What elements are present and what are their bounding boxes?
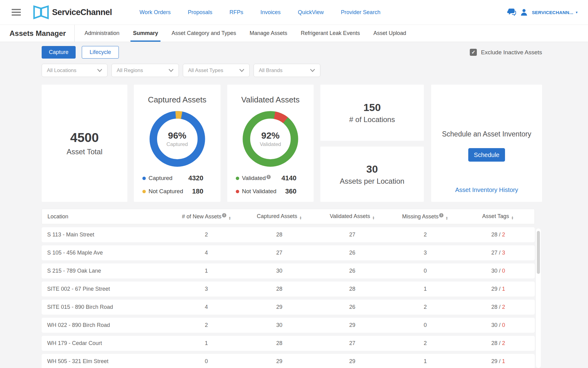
cell-captured-assets: 29 [243,304,316,310]
asset-total-card: 4500 Asset Total [42,85,127,202]
legend-value: 4140 [281,174,296,182]
cell-missing-assets: 0 [389,268,462,274]
asset-total-label: Asset Total [67,148,103,156]
info-icon[interactable]: i [439,213,443,217]
not-captured-dot-icon [142,190,146,193]
assets-per-location-label: Assets per Location [340,177,405,186]
legend-value: 4320 [188,174,203,182]
info-icon[interactable]: i [266,175,271,179]
cell-location: S 105 - 456 Maple Ave [42,250,170,256]
table-row[interactable]: WH 505 - 321 Elm Street 0 29 29 1 29 / 1 [42,354,535,368]
locations-count-card: 150 # of Locations [320,85,424,141]
column-header-captured-assets[interactable]: Captured Assets▲▼ [243,213,316,220]
captured-dot-icon [142,177,146,180]
cell-validated-assets: 29 [316,322,389,328]
cell-asset-tags: 30 / 0 [462,268,535,274]
table-row[interactable]: SITE 002 - 67 Pine Street 3 28 28 1 29 /… [42,282,535,297]
info-icon[interactable]: i [222,213,226,217]
tab-refrigerant-leak-events[interactable]: Refrigerant Leak Events [301,25,360,42]
page-title: Assets Manager [9,25,75,42]
sort-icon[interactable]: ▲▼ [511,216,514,220]
schedule-inventory-card: Schedule an Asset Inventory Schedule Ass… [431,85,542,202]
cell-captured-assets: 28 [243,340,316,347]
sort-icon[interactable]: ▲▼ [228,217,231,220]
cell-new-assets: 2 [170,322,243,328]
sort-icon[interactable]: ▲▼ [446,217,448,220]
filter-all-asset-types[interactable]: All Asset Types [183,64,250,77]
scrollbar-thumb[interactable] [537,231,540,274]
cell-missing-assets: 3 [389,250,462,256]
column-header-asset-tags[interactable]: Asset Tags▲▼ [462,213,534,220]
table-scrollbar[interactable] [536,228,541,368]
legend-value: 180 [192,187,203,195]
tab-asset-category-and-types[interactable]: Asset Category and Types [172,25,236,42]
asset-inventory-history-link[interactable]: Asset Inventory History [455,186,518,194]
hamburger-menu-icon[interactable] [12,7,21,17]
locations-count-label: # of Locations [349,115,395,124]
column-header-validated-assets[interactable]: Validated Assets▲▼ [316,213,389,220]
cell-validated-assets: 26 [316,268,389,274]
table-row[interactable]: S 215 - 789 Oak Lane 1 30 26 0 30 / 0 [42,263,535,278]
nav-quickview[interactable]: QuickView [298,9,324,16]
column-header-of-new-assets[interactable]: # of New Assetsi▲▼ [170,213,243,220]
cell-location: WH 022 - 890 Birch Road [42,322,170,328]
table-row[interactable]: WH 179 - Cedar Court 1 28 27 2 28 / 2 [42,336,535,351]
table-row[interactable]: S 105 - 456 Maple Ave 4 27 26 3 27 / 3 [42,245,535,260]
table-row[interactable]: S 113 - Main Street 2 28 27 2 28 / 2 [42,227,535,242]
tab-manage-assets[interactable]: Manage Assets [250,25,287,42]
subnav-tabs: AdministrationSummaryAsset Category and … [85,25,406,42]
chat-icon[interactable] [507,9,516,16]
cell-new-assets: 4 [170,250,243,256]
cell-validated-assets: 27 [316,232,389,238]
capture-button[interactable]: Capture [42,46,76,59]
cell-location: S 215 - 789 Oak Lane [42,268,170,274]
cell-validated-assets: 29 [316,358,389,365]
tab-summary[interactable]: Summary [133,25,158,42]
brand-name: ServiceChannel [52,8,112,17]
cell-asset-tags: 29 / 1 [462,358,535,365]
filter-label: All Locations [47,67,76,74]
legend-value: 360 [285,187,296,195]
lifecycle-button[interactable]: Lifecycle [82,46,119,59]
chevron-down-icon [168,69,174,72]
cell-new-assets: 4 [170,304,243,310]
user-menu-label: SERVICECHANN... [532,10,573,15]
sort-icon[interactable]: ▲▼ [300,216,302,220]
main-nav: Work OrdersProposalsRFPsInvoicesQuickVie… [140,9,381,16]
tab-administration[interactable]: Administration [85,25,119,42]
not-validated-dot-icon [236,190,239,193]
filter-all-regions[interactable]: All Regions [111,64,179,77]
exclude-inactive-assets-toggle[interactable]: ✓ Exclude Inactive Assets [470,49,542,56]
legend-not-captured: Not Captured 180 [134,187,221,195]
cell-validated-assets: 28 [316,286,389,292]
cell-location: SITE 002 - 67 Pine Street [42,286,170,292]
top-bar: ServiceChannel Work OrdersProposalsRFPsI… [0,0,588,25]
nav-rfps[interactable]: RFPs [229,9,243,16]
table-row[interactable]: SITE 015 - 890 Birch Road 4 29 26 2 28 /… [42,300,535,315]
user-menu[interactable]: SERVICECHANN... ▼ [532,10,578,15]
sort-icon[interactable]: ▲▼ [372,216,375,220]
asset-total-value: 4500 [70,130,99,145]
brand-logo[interactable]: ServiceChannel [33,5,112,19]
exclude-checkbox[interactable]: ✓ [470,49,477,56]
schedule-button[interactable]: Schedule [468,148,505,162]
cell-new-assets: 1 [170,268,243,274]
table-row[interactable]: WH 022 - 890 Birch Road 2 30 29 0 30 / 0 [42,318,535,333]
cell-missing-assets: 2 [389,304,462,310]
tab-asset-upload[interactable]: Asset Upload [373,25,406,42]
filter-all-brands[interactable]: All Brands [254,64,320,77]
nav-work-orders[interactable]: Work Orders [140,9,171,16]
nav-invoices[interactable]: Invoices [260,9,281,16]
column-label: # of New Assets [182,213,221,220]
user-icon[interactable] [521,9,527,16]
nav-provider-search[interactable]: Provider Search [341,9,380,16]
validated-percent: 92% [261,130,280,141]
cell-captured-assets: 30 [243,322,316,328]
assets-per-location-value: 30 [366,163,378,175]
cell-missing-assets: 2 [389,232,462,238]
cell-location: WH 179 - Cedar Court [42,340,170,347]
filter-all-locations[interactable]: All Locations [42,64,107,77]
nav-proposals[interactable]: Proposals [188,9,212,16]
column-label: Validated Assets [330,213,370,219]
column-header-missing-assets[interactable]: Missing Assetsi▲▼ [389,213,462,220]
